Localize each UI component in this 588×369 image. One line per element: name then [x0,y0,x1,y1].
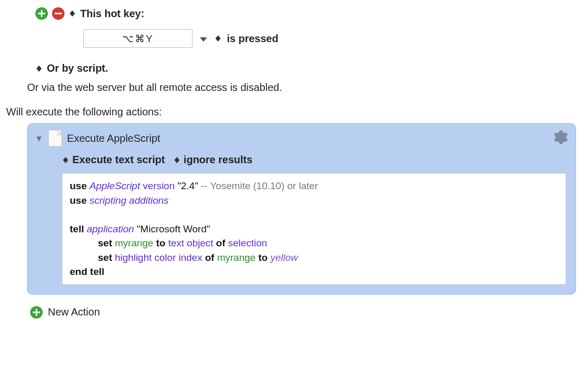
code-enum: yellow [271,252,298,263]
code-kw: end tell [70,266,105,277]
remove-trigger-button[interactable] [52,7,65,20]
code-kw: to [258,252,267,263]
code-kw: set [98,252,112,263]
code-string: "Microsoft Word" [137,223,210,234]
new-action-label: New Action [48,306,100,318]
code-class: application [87,223,134,234]
action-title: Execute AppleScript [67,133,160,144]
action-block[interactable]: ▼ Execute AppleScript Execute text scrip… [27,123,576,295]
code-kw: to [156,238,165,248]
or-script-label: Or by script. [47,62,108,74]
code-kw: of [216,238,225,248]
hotkey-label: This hot key: [80,8,144,20]
code-class: AppleScript [90,180,140,191]
hotkey-menu-chevron-icon[interactable] [198,33,209,45]
hotkey-field[interactable]: ⌥⌘Y [83,29,193,48]
results-mode-label: ignore results [184,154,252,166]
or-script-stepper[interactable] [35,65,43,72]
script-textarea[interactable]: use AppleScript version "2.4" -- Yosemit… [62,173,566,285]
script-mode-label: Execute text script [72,154,165,166]
web-server-note: Or via the web server but all remote acc… [27,82,282,93]
disclosure-triangle-icon[interactable]: ▼ [35,134,43,143]
code-class: version [143,180,174,191]
hotkey-state-stepper[interactable] [214,35,222,42]
svg-rect-0 [55,13,62,15]
code-class: selection [228,238,267,248]
code-kw: of [205,252,214,263]
results-mode-stepper[interactable] [173,157,181,163]
action-gear-button[interactable] [552,129,568,148]
code-class: scripting additions [90,195,169,206]
code-kw: use [70,180,87,191]
applescript-document-icon [48,130,62,147]
code-kw: tell [70,223,84,234]
code-comment: -- Yosemite (10.10) or later [201,180,318,191]
code-class: text object [168,238,213,248]
is-pressed-label: is pressed [227,33,278,45]
add-trigger-button[interactable] [35,7,48,20]
code-kw: set [98,238,112,248]
code-var: myrange [115,238,154,248]
actions-heading: Will execute the following actions: [6,106,162,117]
code-class: highlight color index [115,252,202,263]
script-mode-stepper[interactable] [62,157,69,163]
code-string: "2.4" [177,180,198,191]
code-var: myrange [217,252,255,263]
code-kw: use [70,195,87,206]
hotkey-value: ⌥⌘Y [122,33,154,45]
trigger-type-stepper[interactable] [69,10,76,17]
add-action-button[interactable] [30,306,43,319]
